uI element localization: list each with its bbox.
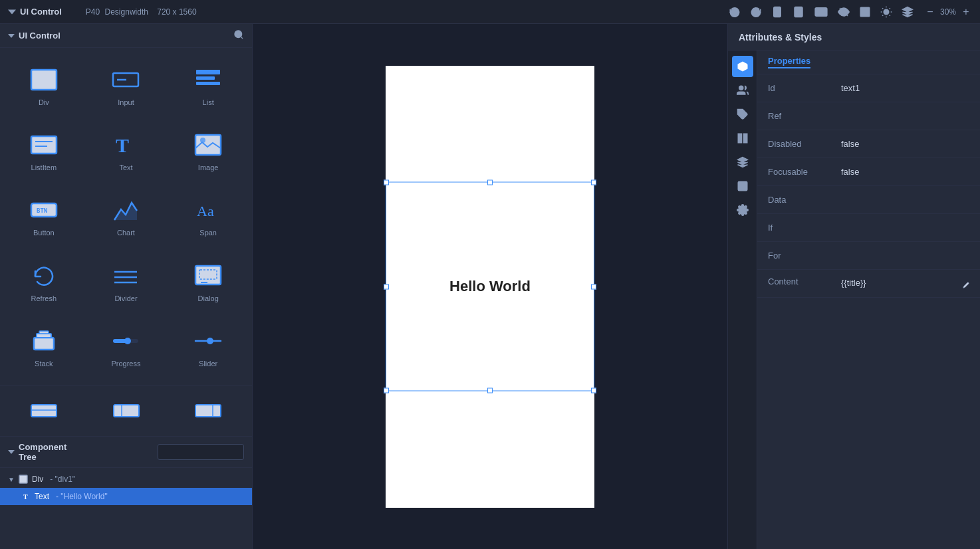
prop-row-content: Content {{title}} [757, 270, 980, 298]
component-grid: Div Input [0, 48, 252, 385]
undo-button[interactable] [729, 6, 741, 18]
component-extra2[interactable] [85, 388, 168, 433]
component-button[interactable]: BTN Button [3, 183, 85, 249]
component-refresh[interactable]: Refresh [3, 249, 85, 314]
right-sidebar: Attributes & Styles [727, 24, 980, 549]
main-layout: UI Control Div [0, 24, 980, 549]
device-info: P40 Designwidth 720 x 1560 [86, 7, 197, 17]
tab-properties[interactable]: Properties [768, 56, 810, 68]
prop-label-data: Data [768, 195, 841, 205]
tree-search-field[interactable] [158, 444, 244, 460]
component-extra3[interactable] [167, 388, 249, 433]
component-progress-label: Progress [111, 360, 140, 368]
prop-label-for: For [768, 251, 841, 261]
component-slider[interactable]: Slider [167, 314, 249, 380]
phone-view-button[interactable] [771, 6, 783, 18]
svg-line-14 [890, 15, 890, 15]
component-list[interactable]: List [167, 53, 249, 118]
side-gear-button[interactable] [732, 199, 753, 221]
collapse-arrow-icon[interactable] [8, 8, 16, 16]
svg-rect-28 [196, 82, 220, 85]
svg-marker-20 [8, 34, 15, 38]
panel-title-text: UI Control [19, 31, 61, 41]
layers-side-icon [737, 156, 749, 168]
device-resolution: 720 x 1560 [157, 7, 196, 17]
component-input[interactable]: Input [85, 53, 168, 118]
extra3-icon [193, 396, 223, 425]
prop-value-id[interactable]: text1 [841, 83, 969, 93]
rect-button[interactable] [859, 6, 871, 18]
component-image[interactable]: Image [167, 118, 249, 183]
svg-text:T: T [116, 134, 129, 156]
svg-rect-44 [34, 338, 54, 350]
svg-text:BTN: BTN [37, 207, 47, 214]
component-search-button[interactable] [233, 29, 244, 42]
svg-marker-58 [8, 450, 15, 454]
prop-label-id: Id [768, 83, 841, 93]
prop-value-focusable[interactable]: false [841, 167, 969, 177]
prop-row-disabled: Disabled false [757, 130, 980, 158]
tree-item-div[interactable]: ▼ Div - "div1" [0, 471, 252, 488]
device-design-width: Designwidth [105, 7, 148, 17]
side-icons [728, 51, 757, 549]
zoom-out-button[interactable]: − [924, 6, 936, 18]
image-icon [193, 130, 223, 160]
properties-tab-bar: Properties [757, 51, 980, 74]
tablet-landscape-button[interactable] [814, 7, 828, 17]
tree-text-icon: T [23, 493, 31, 500]
svg-rect-29 [31, 136, 57, 154]
tablet-portrait-button[interactable] [793, 6, 804, 18]
component-divider[interactable]: Divider [85, 249, 168, 314]
edit-pen-icon [963, 282, 969, 288]
component-button-label: Button [33, 229, 55, 237]
svg-rect-46 [39, 331, 49, 334]
component-listitem[interactable]: ListItem [3, 118, 85, 183]
prop-value-disabled[interactable]: false [841, 139, 969, 149]
tree-div-value: - "div1" [50, 475, 75, 484]
svg-rect-23 [31, 70, 57, 90]
component-chart[interactable]: Chart [85, 183, 168, 249]
svg-line-22 [241, 37, 243, 39]
side-layers-button[interactable] [732, 152, 753, 173]
layers-button[interactable] [902, 6, 914, 18]
tree-title-text: ComponentTree [19, 442, 66, 462]
svg-rect-56 [195, 405, 221, 417]
panel-collapse-icon[interactable] [8, 33, 15, 39]
component-text[interactable]: T Text [85, 118, 168, 183]
app-title-text: UI Control [20, 7, 62, 17]
component-span-label: Span [199, 229, 217, 237]
mask-button[interactable] [838, 6, 850, 18]
extra2-icon [112, 396, 141, 425]
redo-button[interactable] [750, 6, 762, 18]
tree-div-label: Div [32, 475, 43, 484]
component-span[interactable]: Aa Span [167, 183, 249, 249]
prop-label-if: If [768, 223, 841, 233]
component-stack[interactable]: Stack [3, 314, 85, 380]
side-users-button[interactable] [732, 80, 753, 101]
tree-search-input[interactable] [162, 448, 254, 456]
side-square-button[interactable] [732, 175, 753, 197]
tree-collapse-icon[interactable] [8, 449, 15, 455]
svg-rect-26 [196, 70, 220, 74]
puzzle-icon [737, 108, 749, 120]
tree-text-value: - "Hello World" [56, 492, 108, 501]
svg-rect-67 [743, 134, 747, 143]
zoom-control: − 30% + [924, 6, 972, 18]
device-model: P40 [86, 7, 100, 17]
brightness-button[interactable] [880, 6, 892, 18]
canvas-area[interactable]: Hello World [253, 24, 727, 549]
zoom-in-button[interactable]: + [960, 6, 972, 18]
attributes-title: Attributes & Styles [739, 32, 822, 43]
side-puzzle-button[interactable] [732, 104, 753, 125]
svg-rect-27 [196, 76, 215, 80]
side-columns-button[interactable] [732, 128, 753, 149]
svg-marker-19 [902, 7, 912, 12]
component-progress[interactable]: Progress [85, 314, 168, 380]
component-div[interactable]: Div [3, 53, 85, 118]
component-dialog[interactable]: Dialog [167, 249, 249, 314]
prop-value-content[interactable]: {{title}} [841, 278, 866, 288]
left-panel: UI Control Div [0, 24, 253, 549]
side-properties-button[interactable] [732, 56, 753, 77]
component-extra1[interactable] [3, 388, 85, 433]
tree-item-text[interactable]: T Text - "Hello World" [0, 488, 252, 505]
